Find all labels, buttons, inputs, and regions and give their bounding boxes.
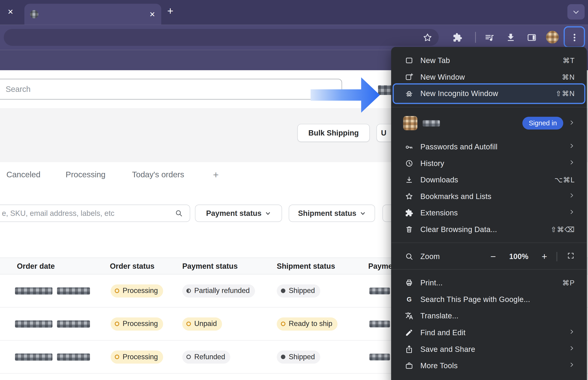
zoom-out-button[interactable]: − xyxy=(490,252,496,261)
tab-todays-orders[interactable]: Today's orders xyxy=(132,170,184,180)
side-panel-icon[interactable] xyxy=(527,32,537,42)
redacted-profile-name xyxy=(423,120,440,127)
shortcut: ⌘T xyxy=(563,56,575,65)
menu-item-find-and-edit[interactable]: Find and Edit xyxy=(393,324,585,341)
address-bar[interactable] xyxy=(4,29,439,46)
shortcut: ⌘P xyxy=(562,278,575,287)
media-controls-icon[interactable] xyxy=(484,32,494,42)
status-badge: Ready to ship xyxy=(277,317,338,330)
col-order-status: Order status xyxy=(110,262,155,270)
shortcut: ⌥⌘L xyxy=(554,175,575,184)
status-badge: Processing xyxy=(111,317,163,330)
attention-dot-icon xyxy=(115,289,120,293)
browser-window: ✕ ✕ + xyxy=(0,0,588,380)
zoom-divider xyxy=(556,252,557,261)
google-icon: G xyxy=(405,295,414,304)
chevron-right-icon xyxy=(568,119,575,127)
menu-item-more-tools[interactable]: More Tools xyxy=(393,357,585,374)
tab-close-icon[interactable]: ✕ xyxy=(149,11,155,18)
tab-canceled[interactable]: Canceled xyxy=(6,170,41,180)
search-placeholder: Search xyxy=(5,85,31,94)
find-edit-icon xyxy=(405,328,414,337)
bookmark-star-icon[interactable] xyxy=(422,32,432,42)
status-badge: Processing xyxy=(111,284,163,297)
avatar[interactable] xyxy=(546,31,559,43)
status-badge: Shipped xyxy=(277,350,320,363)
tab-processing[interactable]: Processing xyxy=(66,170,106,180)
orders-search-placeholder: e, SKU, email address, labels, etc xyxy=(2,209,114,217)
menu-profile-row[interactable]: Signed in xyxy=(393,112,585,135)
shortcut: ⇧⌘N xyxy=(555,89,575,98)
menu-item-new-incognito-window[interactable]: New Incognito Window ⇧⌘N xyxy=(393,85,585,102)
redacted-order-date xyxy=(15,353,52,360)
attention-dot-icon xyxy=(115,355,120,359)
translate-icon xyxy=(405,311,414,320)
bulk-shipping-button[interactable]: Bulk Shipping xyxy=(297,124,370,142)
tab-favicon xyxy=(30,10,38,19)
partial-button-label: U xyxy=(381,129,386,137)
col-payment-status: Payment status xyxy=(182,262,238,270)
extensions-icon[interactable] xyxy=(453,33,462,42)
new-tab-button[interactable]: + xyxy=(167,5,173,17)
search-input[interactable]: Search xyxy=(0,79,342,99)
menu-item-save-and-share[interactable]: Save and Share xyxy=(393,341,585,358)
chevron-right-icon xyxy=(568,328,575,337)
col-payment: Payme xyxy=(368,262,393,270)
status-badge: Unpaid xyxy=(182,317,222,330)
tab-search-button[interactable] xyxy=(568,4,585,20)
trash-icon xyxy=(405,225,414,234)
download-icon[interactable] xyxy=(506,32,516,42)
new-tab-icon xyxy=(405,56,414,65)
menu-item-zoom: Zoom − 100% + xyxy=(393,248,585,265)
chevron-right-icon xyxy=(568,209,575,217)
menu-separator xyxy=(391,107,587,107)
browser-menu: New Tab ⌘T New Window ⌘N New Incognito W… xyxy=(391,47,587,380)
menu-item-bookmarks-and-lists[interactable]: Bookmarks and Lists xyxy=(393,188,585,205)
menu-item-extensions[interactable]: Extensions xyxy=(393,205,585,221)
menu-separator xyxy=(391,243,587,243)
add-view-button[interactable]: + xyxy=(213,169,219,181)
fullscreen-icon[interactable] xyxy=(567,252,575,261)
menu-button-highlight xyxy=(564,26,585,48)
shipment-status-filter[interactable]: Shipment status xyxy=(289,205,375,222)
new-window-icon xyxy=(405,73,414,81)
menu-item-downloads[interactable]: Downloads ⌥⌘L xyxy=(393,171,585,188)
partial-dot-icon xyxy=(186,289,191,293)
zoom-in-button[interactable]: + xyxy=(542,252,547,261)
menu-item-clear-browsing-data[interactable]: Clear Browsing Data... ⇧⌘⌫ xyxy=(393,221,585,238)
orders-search-input[interactable]: e, SKU, email address, labels, etc xyxy=(0,205,190,222)
zoom-level: 100% xyxy=(505,252,532,261)
menu-item-new-window[interactable]: New Window ⌘N xyxy=(393,69,585,85)
refunded-dot-icon xyxy=(186,355,191,359)
payment-status-filter-label: Payment status xyxy=(206,209,261,217)
menu-item-translate[interactable]: Translate... xyxy=(393,307,585,324)
bulk-shipping-label: Bulk Shipping xyxy=(308,129,359,137)
chevron-right-icon xyxy=(568,345,575,353)
menu-separator xyxy=(391,269,587,270)
puzzle-icon xyxy=(405,209,414,217)
order-view-tabs: Canceled Processing Today's orders + xyxy=(0,165,390,185)
history-icon xyxy=(405,159,414,168)
status-badge: Shipped xyxy=(277,284,320,297)
menu-item-history[interactable]: History xyxy=(393,155,585,172)
menu-item-search-with-google[interactable]: G Search This Page with Google... xyxy=(393,291,585,307)
attention-dot-icon xyxy=(186,322,191,326)
chevron-right-icon xyxy=(568,159,575,168)
magnifier-icon xyxy=(405,252,414,261)
printer-icon xyxy=(405,278,414,287)
menu-item-print[interactable]: Print... ⌘P xyxy=(393,274,585,291)
browser-tab[interactable]: ✕ xyxy=(24,4,161,25)
status-badge: Processing xyxy=(111,350,163,363)
complete-dot-icon xyxy=(281,355,285,359)
key-icon xyxy=(405,142,414,151)
payment-status-filter[interactable]: Payment status xyxy=(195,205,282,222)
redacted-order-date xyxy=(15,320,52,327)
svg-text:G: G xyxy=(407,296,412,303)
tab-strip: ✕ ✕ + xyxy=(0,0,588,25)
redacted-amount xyxy=(369,353,390,360)
redacted-order-time xyxy=(57,353,90,360)
redacted-order-date xyxy=(15,287,52,294)
menu-item-new-tab[interactable]: New Tab ⌘T xyxy=(393,52,585,69)
close-icon[interactable]: ✕ xyxy=(8,8,14,16)
menu-item-passwords-and-autofill[interactable]: Passwords and Autofill xyxy=(393,138,585,155)
